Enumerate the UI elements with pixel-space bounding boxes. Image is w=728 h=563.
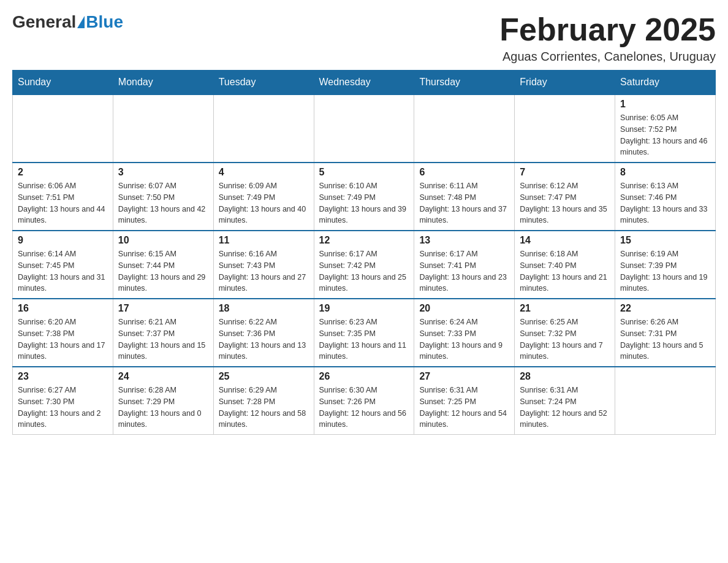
day-info: Sunrise: 6:28 AM Sunset: 7:29 PM Dayligh…	[118, 385, 208, 431]
day-info: Sunrise: 6:13 AM Sunset: 7:46 PM Dayligh…	[620, 180, 710, 226]
day-number: 10	[118, 235, 208, 246]
day-number: 6	[419, 167, 509, 178]
week-row-2: 2Sunrise: 6:06 AM Sunset: 7:51 PM Daylig…	[13, 163, 716, 231]
day-number: 13	[419, 235, 509, 246]
weekday-header-thursday: Thursday	[414, 71, 515, 95]
week-row-3: 9Sunrise: 6:14 AM Sunset: 7:45 PM Daylig…	[13, 231, 716, 299]
logo: General Blue	[12, 12, 123, 32]
weekday-header-tuesday: Tuesday	[213, 71, 314, 95]
day-info: Sunrise: 6:19 AM Sunset: 7:39 PM Dayligh…	[620, 248, 710, 294]
calendar-cell: 12Sunrise: 6:17 AM Sunset: 7:42 PM Dayli…	[314, 231, 414, 299]
day-number: 4	[219, 167, 309, 178]
calendar-cell: 7Sunrise: 6:12 AM Sunset: 7:47 PM Daylig…	[515, 163, 615, 231]
day-info: Sunrise: 6:11 AM Sunset: 7:48 PM Dayligh…	[419, 180, 509, 226]
calendar-cell: 20Sunrise: 6:24 AM Sunset: 7:33 PM Dayli…	[414, 299, 515, 367]
calendar-cell: 1Sunrise: 6:05 AM Sunset: 7:52 PM Daylig…	[615, 94, 716, 163]
day-number: 27	[419, 371, 509, 382]
calendar-table: SundayMondayTuesdayWednesdayThursdayFrid…	[12, 70, 716, 435]
day-number: 3	[118, 167, 208, 178]
logo-triangle-icon	[77, 16, 85, 28]
calendar-cell: 22Sunrise: 6:26 AM Sunset: 7:31 PM Dayli…	[615, 299, 716, 367]
day-info: Sunrise: 6:24 AM Sunset: 7:33 PM Dayligh…	[419, 316, 509, 362]
week-row-4: 16Sunrise: 6:20 AM Sunset: 7:38 PM Dayli…	[13, 299, 716, 367]
day-info: Sunrise: 6:22 AM Sunset: 7:36 PM Dayligh…	[219, 316, 309, 362]
day-number: 21	[520, 303, 610, 314]
calendar-cell: 4Sunrise: 6:09 AM Sunset: 7:49 PM Daylig…	[213, 163, 314, 231]
calendar-cell: 6Sunrise: 6:11 AM Sunset: 7:48 PM Daylig…	[414, 163, 515, 231]
calendar-cell: 25Sunrise: 6:29 AM Sunset: 7:28 PM Dayli…	[213, 367, 314, 435]
day-info: Sunrise: 6:27 AM Sunset: 7:30 PM Dayligh…	[18, 385, 108, 431]
day-info: Sunrise: 6:26 AM Sunset: 7:31 PM Dayligh…	[620, 316, 710, 362]
day-number: 16	[18, 303, 108, 314]
day-info: Sunrise: 6:25 AM Sunset: 7:32 PM Dayligh…	[520, 316, 610, 362]
day-number: 19	[319, 303, 409, 314]
calendar-cell: 9Sunrise: 6:14 AM Sunset: 7:45 PM Daylig…	[13, 231, 113, 299]
logo-general-text: General	[12, 12, 76, 32]
calendar-cell: 10Sunrise: 6:15 AM Sunset: 7:44 PM Dayli…	[113, 231, 213, 299]
calendar-cell	[515, 94, 615, 163]
calendar-cell: 14Sunrise: 6:18 AM Sunset: 7:40 PM Dayli…	[515, 231, 615, 299]
day-info: Sunrise: 6:17 AM Sunset: 7:42 PM Dayligh…	[319, 248, 409, 294]
weekday-header-wednesday: Wednesday	[314, 71, 414, 95]
day-info: Sunrise: 6:31 AM Sunset: 7:24 PM Dayligh…	[520, 385, 610, 431]
calendar-cell: 27Sunrise: 6:31 AM Sunset: 7:25 PM Dayli…	[414, 367, 515, 435]
day-number: 22	[620, 303, 710, 314]
day-info: Sunrise: 6:09 AM Sunset: 7:49 PM Dayligh…	[219, 180, 309, 226]
calendar-cell	[113, 94, 213, 163]
calendar-cell: 15Sunrise: 6:19 AM Sunset: 7:39 PM Dayli…	[615, 231, 716, 299]
calendar-cell: 8Sunrise: 6:13 AM Sunset: 7:46 PM Daylig…	[615, 163, 716, 231]
day-number: 5	[319, 167, 409, 178]
day-info: Sunrise: 6:30 AM Sunset: 7:26 PM Dayligh…	[319, 385, 409, 431]
weekday-header-saturday: Saturday	[615, 71, 716, 95]
calendar-cell: 24Sunrise: 6:28 AM Sunset: 7:29 PM Dayli…	[113, 367, 213, 435]
day-number: 25	[219, 371, 309, 382]
day-info: Sunrise: 6:16 AM Sunset: 7:43 PM Dayligh…	[219, 248, 309, 294]
day-number: 9	[18, 235, 108, 246]
day-number: 20	[419, 303, 509, 314]
calendar-cell: 28Sunrise: 6:31 AM Sunset: 7:24 PM Dayli…	[515, 367, 615, 435]
weekday-header-monday: Monday	[113, 71, 213, 95]
calendar-cell: 16Sunrise: 6:20 AM Sunset: 7:38 PM Dayli…	[13, 299, 113, 367]
page-header: General Blue February 2025 Aguas Corrien…	[12, 12, 716, 64]
calendar-cell: 23Sunrise: 6:27 AM Sunset: 7:30 PM Dayli…	[13, 367, 113, 435]
calendar-cell	[13, 94, 113, 163]
calendar-cell	[414, 94, 515, 163]
day-info: Sunrise: 6:15 AM Sunset: 7:44 PM Dayligh…	[118, 248, 208, 294]
day-info: Sunrise: 6:14 AM Sunset: 7:45 PM Dayligh…	[18, 248, 108, 294]
day-number: 14	[520, 235, 610, 246]
calendar-cell: 13Sunrise: 6:17 AM Sunset: 7:41 PM Dayli…	[414, 231, 515, 299]
day-number: 18	[219, 303, 309, 314]
day-info: Sunrise: 6:20 AM Sunset: 7:38 PM Dayligh…	[18, 316, 108, 362]
day-number: 28	[520, 371, 610, 382]
weekday-header-friday: Friday	[515, 71, 615, 95]
calendar-cell	[615, 367, 716, 435]
week-row-1: 1Sunrise: 6:05 AM Sunset: 7:52 PM Daylig…	[13, 94, 716, 163]
day-info: Sunrise: 6:21 AM Sunset: 7:37 PM Dayligh…	[118, 316, 208, 362]
day-number: 23	[18, 371, 108, 382]
day-number: 26	[319, 371, 409, 382]
day-info: Sunrise: 6:31 AM Sunset: 7:25 PM Dayligh…	[419, 385, 509, 431]
day-number: 2	[18, 167, 108, 178]
logo-blue-text: Blue	[86, 12, 123, 32]
day-number: 15	[620, 235, 710, 246]
calendar-cell: 2Sunrise: 6:06 AM Sunset: 7:51 PM Daylig…	[13, 163, 113, 231]
month-title: February 2025	[499, 12, 716, 47]
day-info: Sunrise: 6:17 AM Sunset: 7:41 PM Dayligh…	[419, 248, 509, 294]
day-number: 24	[118, 371, 208, 382]
day-number: 8	[620, 167, 710, 178]
day-number: 1	[620, 99, 710, 110]
day-info: Sunrise: 6:12 AM Sunset: 7:47 PM Dayligh…	[520, 180, 610, 226]
day-info: Sunrise: 6:18 AM Sunset: 7:40 PM Dayligh…	[520, 248, 610, 294]
calendar-cell: 21Sunrise: 6:25 AM Sunset: 7:32 PM Dayli…	[515, 299, 615, 367]
day-info: Sunrise: 6:06 AM Sunset: 7:51 PM Dayligh…	[18, 180, 108, 226]
day-number: 11	[219, 235, 309, 246]
weekday-header-row: SundayMondayTuesdayWednesdayThursdayFrid…	[13, 71, 716, 95]
calendar-cell	[314, 94, 414, 163]
calendar-cell: 5Sunrise: 6:10 AM Sunset: 7:49 PM Daylig…	[314, 163, 414, 231]
calendar-cell: 18Sunrise: 6:22 AM Sunset: 7:36 PM Dayli…	[213, 299, 314, 367]
day-number: 7	[520, 167, 610, 178]
day-info: Sunrise: 6:05 AM Sunset: 7:52 PM Dayligh…	[620, 112, 710, 158]
week-row-5: 23Sunrise: 6:27 AM Sunset: 7:30 PM Dayli…	[13, 367, 716, 435]
day-info: Sunrise: 6:23 AM Sunset: 7:35 PM Dayligh…	[319, 316, 409, 362]
day-info: Sunrise: 6:07 AM Sunset: 7:50 PM Dayligh…	[118, 180, 208, 226]
